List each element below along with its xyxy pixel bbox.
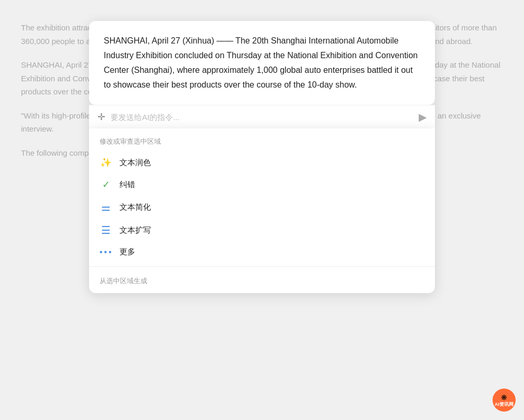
ai-badge[interactable]: ❋ AI资讯网 — [493, 389, 516, 412]
ai-instruction-input[interactable] — [111, 113, 413, 122]
expand-icon: ☰ — [100, 224, 112, 236]
menu-item-proofread-label: 纠错 — [119, 180, 135, 190]
ai-badge-label: AI资讯网 — [495, 402, 514, 407]
proofread-icon: ✓ — [100, 179, 112, 190]
menu-item-expand[interactable]: ☰ 文本扩写 — [89, 219, 435, 242]
drag-icon: ✛ — [97, 111, 105, 123]
selected-text-content: SHANGHAI, April 27 (Xinhua) —— The 20th … — [104, 34, 420, 92]
input-bar: ✛ ▶ — [89, 105, 435, 128]
polish-icon: ✨ — [100, 157, 112, 168]
selected-text-card: SHANGHAI, April 27 (Xinhua) —— The 20th … — [89, 21, 435, 105]
overlay-panel: SHANGHAI, April 27 (Xinhua) —— The 20th … — [89, 21, 435, 293]
menu-item-more[interactable]: ••• 更多 — [89, 242, 435, 262]
menu-section-label-top: 修改或审查选中区域 — [89, 137, 435, 152]
menu-item-polish-label: 文本润色 — [119, 158, 151, 168]
menu-item-simplify-label: 文本简化 — [119, 202, 151, 212]
more-icon: ••• — [100, 247, 112, 257]
menu-panel: 修改或审查选中区域 ✨ 文本润色 ✓ 纠错 ⚌ 文本简化 ☰ 文本扩写 ••• … — [89, 128, 435, 293]
menu-divider — [89, 266, 435, 267]
menu-item-proofread[interactable]: ✓ 纠错 — [89, 174, 435, 196]
menu-item-expand-label: 文本扩写 — [119, 225, 151, 235]
send-button[interactable]: ▶ — [419, 111, 427, 123]
menu-section-label-bottom: 从选中区域生成 — [89, 271, 435, 293]
menu-item-more-label: 更多 — [119, 247, 135, 257]
menu-item-simplify[interactable]: ⚌ 文本简化 — [89, 196, 435, 219]
simplify-icon: ⚌ — [100, 201, 112, 213]
menu-item-polish[interactable]: ✨ 文本润色 — [89, 152, 435, 174]
main-card: SHANGHAI, April 27 (Xinhua) —— The 20th … — [89, 21, 435, 293]
